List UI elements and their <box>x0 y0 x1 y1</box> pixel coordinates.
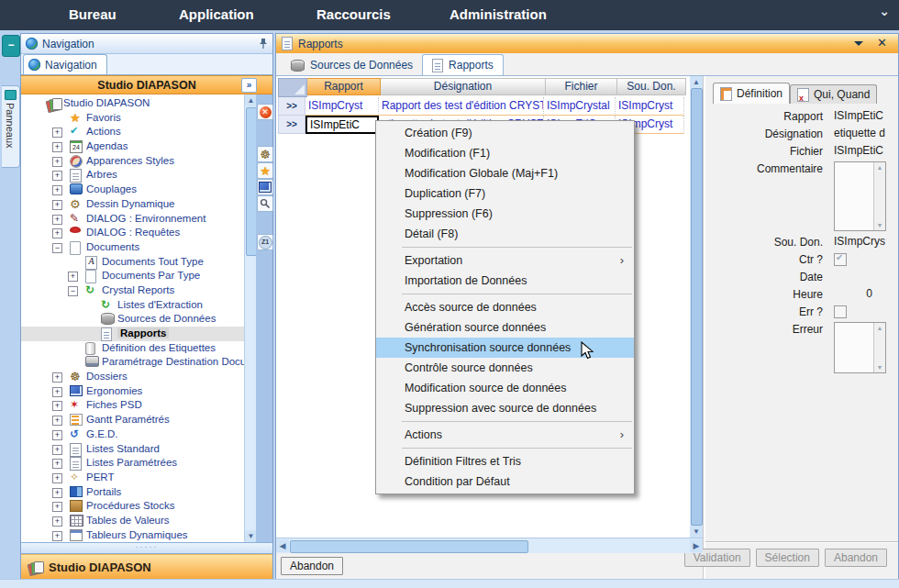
err--checkbox[interactable] <box>834 305 847 318</box>
tree-item-d-finition-des-etiquettes[interactable]: Définition des Etiquettes <box>21 341 244 356</box>
tree-item-arbres[interactable]: +Arbres <box>21 168 244 183</box>
menu-item-suppression-f6-[interactable]: Suppression (F6) <box>376 204 634 224</box>
tree-item-dossiers[interactable]: +☸Dossiers <box>21 370 244 384</box>
field-value[interactable]: etiquette d <box>834 127 885 139</box>
tree-item-pert[interactable]: +✧PERT <box>21 471 244 485</box>
tree-item-listes-standard[interactable]: +Listes Standard <box>21 442 244 457</box>
erreur-textarea[interactable]: ▲▼ <box>834 322 886 373</box>
expand-plus-icon[interactable]: + <box>52 502 62 512</box>
menu-item-modification-globale-maj-f1-[interactable]: Modification Globale (Maj+F1) <box>376 163 634 183</box>
menu-item-suppression-avec-source-de-donn-es[interactable]: Suppression avec source de données <box>376 398 634 418</box>
collapse-minus-icon[interactable]: − <box>68 286 78 296</box>
collapse-minus-icon[interactable]: − <box>52 243 62 253</box>
scroll-up-icon[interactable]: ▲ <box>690 76 703 88</box>
menubar-item-bureau[interactable]: Bureau <box>69 6 117 22</box>
tree-item-gantt-param-tr-s[interactable]: +Gantt Paramétrés <box>21 413 244 427</box>
table-vscrollbar-thumb[interactable] <box>691 88 703 526</box>
tree-item-param-trage-destination-document[interactable]: Paramétrage Destination Document <box>21 355 244 370</box>
expand-plus-icon[interactable]: + <box>52 401 62 411</box>
window-menu-arrow-icon[interactable] <box>854 41 863 50</box>
expand-plus-icon[interactable]: + <box>68 272 78 282</box>
table-vertical-scrollbar[interactable]: ▲ ▼ <box>690 76 703 538</box>
menu-item-exportation[interactable]: Exportation› <box>376 250 634 271</box>
menu-item-d-finition-filtres-et-tris[interactable]: Définition Filtres et Tris <box>376 451 634 472</box>
menu-item-d-tail-f8-[interactable]: Détail (F8) <box>376 224 634 244</box>
scroll-right-icon[interactable]: ▶ <box>690 539 703 552</box>
tree-item-fiches-psd[interactable]: +✶Fiches PSD <box>21 398 244 413</box>
expand-plus-icon[interactable]: + <box>52 488 62 498</box>
field-value[interactable]: ISImpCrys <box>834 235 885 248</box>
scroll-down-icon[interactable]: ▼ <box>690 526 703 538</box>
expand-plus-icon[interactable]: + <box>52 416 62 426</box>
menubar-item-administration[interactable]: Administration <box>450 6 547 22</box>
tree-item-g-e-d-[interactable]: +↺G.E.D. <box>21 427 244 442</box>
column-header-fichier[interactable]: Fichier <box>546 78 617 95</box>
expand-plus-icon[interactable]: + <box>52 516 62 527</box>
table-cell[interactable]: ISImpEtiC <box>305 116 379 134</box>
expand-plus-icon[interactable]: + <box>52 200 62 210</box>
expand-plus-icon[interactable]: + <box>52 459 62 469</box>
tab-definition[interactable]: Définition <box>713 83 790 104</box>
window-close-icon[interactable]: ✕ <box>877 36 887 50</box>
tree-item-documents-tout-type[interactable]: ADocuments Tout Type <box>21 255 244 270</box>
pin-icon[interactable] <box>259 38 268 50</box>
tree-item-apparences-styles[interactable]: +Apparences Styles <box>21 154 244 169</box>
field-value[interactable]: ISImpEtiC <box>834 109 883 122</box>
tree-item-dessin-dynamique[interactable]: +⚙Dessin Dynamique <box>21 197 244 212</box>
menu-item-condition-par-d-faut[interactable]: Condition par Défaut <box>376 472 634 492</box>
dock-collapse-button[interactable]: − <box>2 35 20 57</box>
menu-item-actions[interactable]: Actions› <box>376 425 634 445</box>
close-red-button[interactable]: ✕ <box>257 104 273 120</box>
menu-item-modification-f1-[interactable]: Modification (F1) <box>376 143 634 163</box>
tab-navigation[interactable]: Navigation <box>23 54 107 74</box>
horizontal-splitter[interactable]: ····· <box>21 542 272 554</box>
ctr--checkbox[interactable] <box>834 253 847 266</box>
menu-item-acc-s-source-de-donn-es[interactable]: Accès source de données <box>376 297 634 317</box>
expand-plus-icon[interactable]: + <box>52 128 62 138</box>
expand-plus-icon[interactable]: + <box>52 531 62 541</box>
tree-item-listes-d-extraction[interactable]: ↻Listes d'Extraction <box>21 298 244 313</box>
table-cell[interactable]: Rapport des test d'édition CRYSTAL <box>379 97 544 116</box>
scroll-down-icon[interactable]: ▼ <box>245 530 256 542</box>
tab-rapports[interactable]: Rapports <box>422 54 504 75</box>
tree-item-tables-de-valeurs[interactable]: +Tables de Valeurs <box>21 514 244 528</box>
menu-item-modification-source-de-donn-es[interactable]: Modification source de données <box>376 378 634 398</box>
table-hscrollbar-thumb[interactable] <box>290 540 528 553</box>
collapse-chevrons-button[interactable]: » <box>241 78 257 93</box>
table-row[interactable]: >>ISImpCrystRapport des test d'édition C… <box>278 97 686 116</box>
tree-item-crystal-reports[interactable]: −↻Crystal Reports <box>21 283 244 298</box>
expand-plus-icon[interactable]: + <box>52 215 62 225</box>
menubar-item-raccourcis[interactable]: Raccourcis <box>316 6 391 22</box>
tree-item-listes-param-tr-es[interactable]: +Listes Paramétrées <box>21 456 244 471</box>
tab-qui-quand[interactable]: Qui, Quand <box>790 84 877 104</box>
screen-button[interactable] <box>257 179 273 195</box>
scroll-up-icon[interactable]: ▲ <box>245 94 256 106</box>
column-header-rapport[interactable]: Rapport <box>307 78 381 95</box>
abandon-button[interactable]: Abandon <box>825 549 887 567</box>
tab-sources-de-donnees[interactable]: Sources de Données <box>282 55 422 75</box>
expand-plus-icon[interactable]: + <box>52 430 62 440</box>
tree-item-sources-de-donn-es[interactable]: Sources de Données <box>21 312 244 327</box>
tree-item-documents[interactable]: −Documents <box>21 240 244 255</box>
tree-item-studio-diapason[interactable]: Studio DIAPASON <box>21 96 244 111</box>
expand-plus-icon[interactable]: + <box>52 372 62 383</box>
menubar-chevron-down-icon[interactable]: ⌄ <box>879 4 890 18</box>
table-horizontal-scrollbar[interactable]: ◀ ▶ <box>276 538 703 553</box>
wheel-button[interactable]: ☸ <box>257 146 273 162</box>
s-lection-button[interactable]: Sélection <box>756 549 819 567</box>
star-button[interactable]: ★ <box>257 162 273 179</box>
table-cell[interactable]: ISImpCryst <box>616 97 684 116</box>
field-value[interactable]: 0 <box>834 287 872 300</box>
table-cell[interactable]: ISImpCryst <box>305 97 379 116</box>
commentaire-textarea[interactable]: ▲▼ <box>834 161 886 231</box>
tree-item-favoris[interactable]: ★Favoris <box>21 111 244 126</box>
magnifier-button[interactable] <box>257 195 273 212</box>
row-marker[interactable]: >> <box>278 116 305 134</box>
row-marker[interactable]: >> <box>278 97 305 116</box>
menu-item-importation-de-donn-es[interactable]: Importation de Données <box>376 271 634 291</box>
expand-plus-icon[interactable]: + <box>52 387 62 397</box>
menubar-item-application[interactable]: Application <box>179 6 254 22</box>
tree-item-dialog-environnement[interactable]: +✎DIALOG : Environnement <box>21 212 244 227</box>
tree-item-couplages[interactable]: +Couplages <box>21 183 244 197</box>
scroll-left-icon[interactable]: ◀ <box>276 539 289 552</box>
